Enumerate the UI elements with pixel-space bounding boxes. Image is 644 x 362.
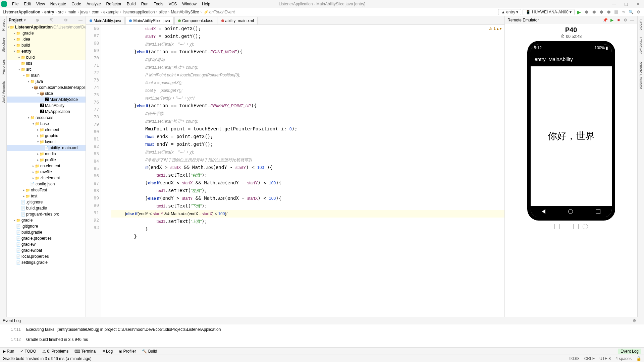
toolstrip-project[interactable]: Project <box>1 19 5 31</box>
tree-node[interactable]: ▸📁 en.element <box>7 163 86 169</box>
tree-node[interactable]: 📄 ability_main.xml <box>7 145 86 151</box>
tree-node[interactable]: ▾📁 layout <box>7 139 86 145</box>
run-button[interactable]: ▶ <box>576 9 582 15</box>
editor-tab[interactable]: Component.class <box>174 17 217 24</box>
debug-button[interactable]: ⬢ <box>584 9 590 15</box>
tree-node[interactable]: ▾📁 entry <box>7 48 86 54</box>
emulator-rotate-icon[interactable] <box>564 224 569 229</box>
breadcrumb-part[interactable]: slice <box>159 10 167 14</box>
breadcrumb-part[interactable]: entry <box>44 10 54 14</box>
breadcrumb-part[interactable]: java <box>80 10 88 14</box>
toolstrip-favorites[interactable]: Favorites <box>1 59 5 74</box>
tree-node[interactable]: 📄 .gitignore <box>7 223 86 229</box>
device-selector[interactable]: 📱 HUAWEI ANA-AN00 ▾ <box>523 9 575 15</box>
settings-icon[interactable]: ⚙ <box>635 9 641 15</box>
menu-window[interactable]: Window <box>179 1 199 7</box>
bottom-terminal[interactable]: ⌨ Terminal <box>74 349 96 354</box>
tree-node[interactable]: ▸📁 graphic <box>7 133 86 139</box>
emulator-pin-icon[interactable]: 📌 <box>602 18 608 22</box>
tree-node[interactable]: ▸📁 .gradle <box>7 30 86 36</box>
tree-node[interactable]: ▸📁 test <box>7 193 86 199</box>
tree-node[interactable]: 📄 settings.gradle <box>7 259 86 265</box>
tree-node[interactable]: ▸📁 .idea <box>7 36 86 42</box>
bottom-run[interactable]: ▶ Run <box>3 349 14 354</box>
tree-node[interactable]: ▾📦 com.example.listenerappli <box>7 84 86 90</box>
tree-node[interactable]: ▾📁 src <box>7 66 86 72</box>
coverage-button[interactable]: ⬢ <box>591 9 597 15</box>
tree-node[interactable]: ▸📁 build <box>7 42 86 48</box>
event-log-settings-icon[interactable]: ⚙ <box>633 318 636 323</box>
menu-tools[interactable]: Tools <box>151 1 166 7</box>
event-log-hide-icon[interactable]: — <box>637 318 641 323</box>
toolstrip-previewer[interactable]: Previewer <box>639 37 643 54</box>
project-hide-icon[interactable]: — <box>77 18 84 22</box>
bottom-log[interactable]: ≡ Log <box>103 349 113 354</box>
bottom-problems[interactable]: ⚠ 6: Problems <box>42 349 68 354</box>
tree-node[interactable]: ▸📁 zh.element <box>7 175 86 181</box>
vcs-button[interactable]: ⟲ <box>621 9 627 15</box>
emulator-stop-icon[interactable]: ■ <box>616 18 621 22</box>
window-close[interactable]: ✕ <box>632 0 644 8</box>
tree-node[interactable]: ▸📁 rawfile <box>7 169 86 175</box>
breadcrumb-part[interactable]: ListenerApplication <box>3 10 40 14</box>
tree-node[interactable]: 📄 .gitignore <box>7 199 86 205</box>
emulator-back-icon[interactable] <box>573 224 579 229</box>
menu-edit[interactable]: Edit <box>21 1 34 7</box>
project-collapse-icon[interactable]: ⇱ <box>49 18 54 22</box>
tree-node[interactable]: 📄 gradlew.bat <box>7 247 86 253</box>
breadcrumb-part[interactable]: src <box>58 10 63 14</box>
menu-vcs[interactable]: VCS <box>166 1 180 7</box>
tree-node[interactable]: 📄 gradle.properties <box>7 235 86 241</box>
phone-back-icon[interactable] <box>542 209 545 214</box>
bottom-profiler[interactable]: ◉ Profiler <box>119 349 136 354</box>
phone-home-icon[interactable] <box>568 209 573 214</box>
tree-node[interactable]: ▸📁 build <box>7 54 86 60</box>
run-config-module[interactable]: ▲ entry ▾ <box>498 9 521 15</box>
bottom-build[interactable]: 🔨 Build <box>142 349 157 354</box>
tree-node[interactable]: 📄 local.properties <box>7 253 86 259</box>
menu-refactor[interactable]: Refactor <box>104 1 124 7</box>
tree-node[interactable]: ▸📁 gradle <box>7 217 86 223</box>
window-maximize[interactable]: ▢ <box>620 0 632 8</box>
tree-node[interactable]: 🅹 MainAbility <box>7 103 86 109</box>
tree-node[interactable]: 📄 config.json <box>7 181 86 187</box>
menu-navigate[interactable]: Navigate <box>48 1 69 7</box>
menu-analyze[interactable]: Analyze <box>84 1 104 7</box>
menu-file[interactable]: File <box>9 1 21 7</box>
toolstrip-gradle[interactable]: Gradle <box>639 19 643 31</box>
breadcrumb-part[interactable]: example <box>103 10 118 14</box>
readonly-icon[interactable]: 🔓 <box>636 356 641 361</box>
menu-run[interactable]: Run <box>139 1 151 7</box>
tree-node[interactable]: ▸📁 element <box>7 127 86 133</box>
indent-setting[interactable]: 4 spaces <box>615 356 632 361</box>
file-encoding[interactable]: UTF-8 <box>599 356 611 361</box>
breadcrumb-part[interactable]: main <box>67 10 76 14</box>
phone-screen[interactable]: 5:12 100% ▮ entry_MainAbility 你好，世界 <box>531 44 612 217</box>
tree-node[interactable]: ▾📁 ListenerApplication C:\Users\moon\Dev… <box>7 24 86 30</box>
code-area[interactable]: startX = point.getX(); startY = point.ge… <box>101 25 504 317</box>
toolstrip-structure[interactable]: Structure <box>1 38 5 53</box>
tree-node[interactable]: 🅹 MainAbilitySlice <box>7 97 86 103</box>
phone-recent-icon[interactable] <box>596 209 600 214</box>
tree-node[interactable]: 📁 libs <box>7 60 86 66</box>
stop-button[interactable] <box>613 9 619 15</box>
tree-node[interactable]: ▸📁 media <box>7 151 86 157</box>
tree-node[interactable]: ▾📦 slice <box>7 90 86 97</box>
menu-code[interactable]: Code <box>69 1 84 7</box>
editor-tab[interactable]: MainAbilitySlice.java <box>125 17 173 24</box>
profiler-button[interactable]: ⬢ <box>598 9 604 15</box>
emulator-run-icon[interactable]: ▶ <box>609 18 614 22</box>
editor-tab[interactable]: ability_main.xml <box>218 17 258 24</box>
emulator-settings-icon[interactable]: ⚙ <box>623 18 628 22</box>
search-icon[interactable]: 🔍 <box>628 9 634 15</box>
bottom-todo[interactable]: ✓ TODO <box>20 349 36 354</box>
menu-help[interactable]: Help <box>199 1 213 7</box>
toolstrip-build-variants[interactable]: Build Variants <box>1 81 5 104</box>
tree-node[interactable]: 📄 build.gradle <box>7 229 86 235</box>
caret-position[interactable]: 90:68 <box>570 356 580 361</box>
tree-node[interactable]: 📄 gradlew <box>7 241 86 247</box>
window-minimize[interactable]: — <box>608 0 620 8</box>
tree-node[interactable]: 🅹 MyApplication <box>7 109 86 115</box>
bottom-event-log-button[interactable]: Event Log <box>618 349 641 354</box>
toolstrip-remote-emulator[interactable]: Remote Emulator <box>639 60 643 89</box>
